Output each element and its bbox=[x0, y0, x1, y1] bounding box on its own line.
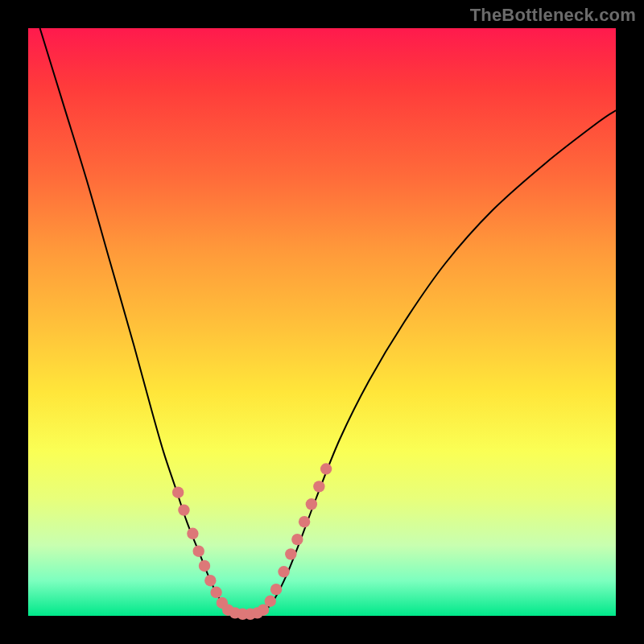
data-point bbox=[285, 548, 296, 559]
data-point bbox=[199, 560, 210, 572]
watermark-text: TheBottleneck.com bbox=[470, 5, 636, 26]
plot-area bbox=[28, 28, 616, 616]
data-point bbox=[178, 504, 189, 515]
data-point bbox=[193, 546, 204, 557]
data-point bbox=[210, 587, 221, 598]
data-point bbox=[278, 566, 289, 577]
curve-layer bbox=[28, 28, 616, 616]
data-point bbox=[306, 498, 317, 510]
bottleneck-curve bbox=[40, 28, 616, 615]
data-point bbox=[265, 596, 276, 607]
data-point bbox=[313, 481, 324, 492]
data-point bbox=[270, 584, 282, 595]
data-point bbox=[187, 528, 198, 539]
data-point bbox=[320, 463, 332, 474]
chart-container: TheBottleneck.com bbox=[0, 0, 644, 644]
data-point bbox=[204, 575, 216, 586]
data-point bbox=[172, 487, 184, 498]
data-point bbox=[291, 534, 303, 545]
data-point bbox=[299, 516, 310, 527]
